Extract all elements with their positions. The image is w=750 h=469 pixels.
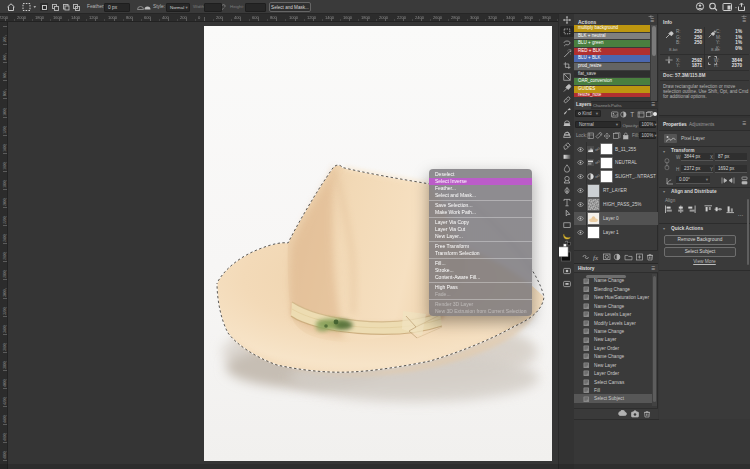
svg-text:T: T <box>630 111 634 118</box>
svg-text:fx: fx <box>593 254 599 262</box>
